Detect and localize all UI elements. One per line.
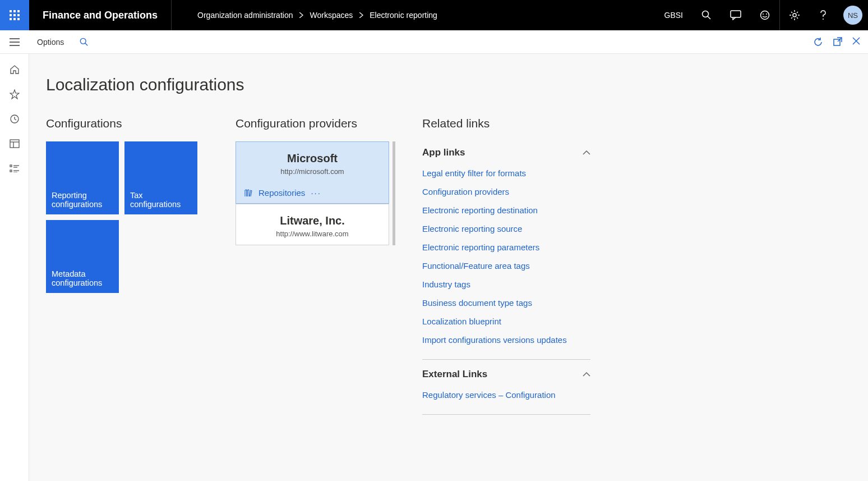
chevron-up-icon: [583, 372, 590, 377]
link-item[interactable]: Electronic reporting source: [422, 219, 590, 238]
settings-button[interactable]: [779, 0, 809, 30]
nav-recent[interactable]: [0, 107, 29, 131]
app-launcher-button[interactable]: [0, 0, 29, 30]
svg-rect-38: [10, 165, 12, 167]
provider-card[interactable]: Litware, Inc. http://www.litware.com: [236, 204, 389, 245]
breadcrumb-item[interactable]: Electronic reporting: [366, 11, 441, 20]
svg-rect-7: [13, 18, 16, 20]
provider-name: Litware, Inc.: [245, 214, 380, 227]
provider-url: http://microsoft.com: [245, 167, 380, 176]
nav-workspaces[interactable]: [0, 131, 29, 156]
svg-line-21: [797, 17, 798, 19]
search-button[interactable]: [692, 0, 721, 30]
svg-rect-8: [17, 18, 20, 20]
link-item[interactable]: Industry tags: [422, 275, 590, 294]
nav-toggle-button[interactable]: [0, 30, 29, 54]
svg-point-12: [761, 11, 769, 20]
provider-url: http://www.litware.com: [245, 230, 380, 238]
svg-rect-1: [13, 10, 16, 12]
external-links-heading-label: External Links: [422, 369, 487, 380]
chevron-right-icon: [298, 12, 304, 18]
svg-line-22: [791, 17, 792, 19]
link-item[interactable]: Import configurations versions updates: [422, 331, 590, 349]
configurations-heading: Configurations: [46, 117, 209, 130]
link-item[interactable]: Business document type tags: [422, 294, 590, 312]
provider-card[interactable]: Microsoft http://microsoft.com Repositor…: [236, 141, 389, 204]
help-button[interactable]: [809, 0, 838, 30]
svg-rect-5: [17, 14, 20, 16]
link-item[interactable]: Electronic reporting parameters: [422, 238, 590, 256]
search-icon: [701, 10, 712, 20]
link-item[interactable]: Electronic reporting destination: [422, 201, 590, 219]
link-item[interactable]: Legal entity filter for formats: [422, 164, 590, 182]
app-links-group-header[interactable]: App links: [422, 141, 590, 164]
header-right: GBSI NS: [655, 0, 868, 30]
actionbar-search-button[interactable]: [80, 38, 89, 47]
svg-line-20: [791, 12, 792, 13]
provider-name: Microsoft: [245, 152, 380, 165]
tile-label: Tax configurations: [130, 191, 192, 209]
options-button[interactable]: Options: [37, 38, 64, 47]
feedback-button[interactable]: [750, 0, 779, 30]
workspace-icon: [10, 139, 20, 148]
providers-section: Configuration providers Microsoft http:/…: [236, 117, 395, 245]
popout-button[interactable]: [833, 37, 842, 47]
chat-icon: [730, 10, 741, 20]
nav-home[interactable]: [0, 57, 29, 82]
repositories-link[interactable]: Repositories: [258, 188, 305, 198]
svg-rect-11: [731, 11, 741, 17]
nav-favorites[interactable]: [0, 82, 29, 107]
svg-rect-3: [10, 14, 12, 16]
link-item[interactable]: Localization blueprint: [422, 312, 590, 331]
external-links-group-header[interactable]: External Links: [422, 363, 590, 386]
nav-modules[interactable]: [0, 156, 29, 181]
page-title: Localization configurations: [46, 75, 851, 94]
messages-button[interactable]: [721, 0, 750, 30]
app-name[interactable]: Finance and Operations: [29, 0, 172, 30]
close-button[interactable]: [852, 37, 860, 47]
star-icon: [10, 89, 20, 99]
svg-point-28: [81, 38, 86, 44]
link-item[interactable]: Functional/Feature area tags: [422, 256, 590, 275]
refresh-button[interactable]: [813, 37, 823, 47]
refresh-icon: [813, 37, 823, 47]
external-links-list: Regulatory services – Configuration: [422, 386, 590, 415]
breadcrumb-item[interactable]: Workspaces: [306, 11, 356, 20]
link-item[interactable]: Regulatory services – Configuration: [422, 386, 590, 404]
svg-rect-39: [10, 170, 12, 172]
svg-line-23: [797, 12, 798, 13]
svg-point-13: [763, 13, 764, 15]
tile-label: Metadata configurations: [52, 269, 113, 287]
company-picker[interactable]: GBSI: [655, 11, 692, 20]
clock-icon: [10, 114, 20, 124]
breadcrumb-item[interactable]: Organization administration: [194, 11, 296, 20]
repository-icon: [244, 189, 253, 197]
action-bar: Options: [29, 30, 868, 54]
svg-line-29: [85, 43, 87, 45]
svg-point-9: [703, 11, 709, 17]
related-links-section: Related links App links Legal entity fil…: [422, 117, 590, 418]
svg-rect-6: [10, 18, 12, 20]
tile-metadata-configurations[interactable]: Metadata configurations: [46, 220, 119, 293]
global-header: Finance and Operations Organization admi…: [0, 0, 868, 30]
tile-label: Reporting configurations: [52, 191, 113, 209]
home-icon: [10, 65, 20, 75]
user-avatar[interactable]: NS: [843, 6, 862, 25]
tile-tax-configurations[interactable]: Tax configurations: [124, 141, 197, 214]
popout-icon: [833, 37, 842, 46]
svg-rect-0: [10, 10, 12, 12]
close-icon: [852, 37, 860, 45]
svg-rect-2: [17, 10, 20, 12]
modules-icon: [10, 164, 20, 172]
hamburger-icon: [10, 38, 20, 46]
configurations-section: Configurations Reporting configurations …: [46, 117, 209, 293]
chevron-right-icon: [358, 12, 364, 18]
svg-point-15: [793, 13, 796, 17]
side-nav: [0, 54, 29, 481]
link-item[interactable]: Configuration providers: [422, 182, 590, 201]
svg-rect-4: [13, 14, 16, 16]
smiley-icon: [760, 10, 770, 20]
tile-reporting-configurations[interactable]: Reporting configurations: [46, 141, 119, 214]
providers-heading: Configuration providers: [236, 117, 395, 130]
provider-more-button[interactable]: ···: [311, 188, 321, 198]
